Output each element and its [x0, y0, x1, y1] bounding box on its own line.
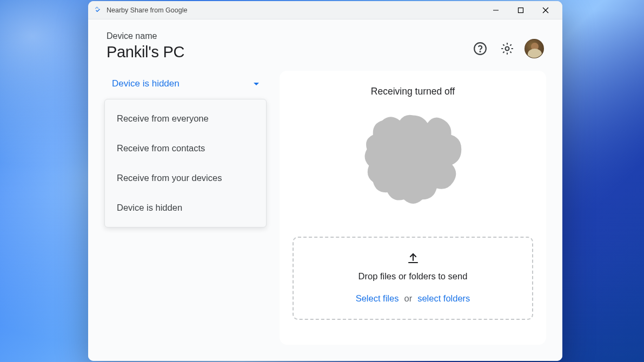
select-files-link[interactable]: Select files: [356, 293, 399, 304]
visibility-dropdown-trigger[interactable]: Device is hidden: [104, 71, 267, 97]
visibility-selected: Device is hidden: [112, 78, 254, 89]
app-body: Device name Pankil's PC: [88, 19, 562, 361]
visibility-option-hidden[interactable]: Device is hidden: [105, 193, 266, 223]
select-folders-link[interactable]: select folders: [417, 293, 470, 304]
receive-panel: Receiving turned off Drop files or folde…: [280, 71, 546, 345]
settings-button[interactable]: [497, 39, 517, 58]
svg-point-6: [506, 47, 509, 51]
close-button[interactable]: [533, 2, 558, 19]
device-block: Device name Pankil's PC: [107, 31, 470, 61]
help-button[interactable]: [470, 39, 490, 58]
receive-status: Receiving turned off: [371, 86, 455, 97]
receive-placeholder-graphic: [362, 110, 464, 213]
header-actions: [470, 31, 544, 58]
help-icon: [473, 42, 487, 56]
main-content: Device is hidden Receive from everyone R…: [88, 66, 562, 361]
device-name-value: Pankil's PC: [107, 43, 470, 61]
minimize-button[interactable]: [483, 2, 508, 19]
visibility-panel: Device is hidden Receive from everyone R…: [104, 71, 267, 345]
drop-zone[interactable]: Drop files or folders to send Select fil…: [293, 237, 533, 320]
visibility-dropdown-menu: Receive from everyone Receive from conta…: [104, 99, 267, 227]
chevron-down-icon: [254, 83, 259, 85]
app-icon: [94, 6, 102, 15]
drop-actions: Select files or select folders: [356, 293, 470, 304]
header: Device name Pankil's PC: [88, 19, 562, 66]
window-title: Nearby Share from Google: [107, 6, 483, 14]
visibility-option-contacts[interactable]: Receive from contacts: [105, 133, 266, 163]
device-name-label: Device name: [107, 31, 470, 41]
visibility-option-everyone[interactable]: Receive from everyone: [105, 104, 266, 133]
visibility-option-your-devices[interactable]: Receive from your devices: [105, 163, 266, 193]
gear-icon: [500, 42, 514, 56]
maximize-button[interactable]: [508, 2, 533, 19]
svg-point-5: [480, 51, 480, 52]
svg-point-4: [474, 43, 486, 55]
titlebar: Nearby Share from Google: [88, 1, 562, 19]
window-controls: [483, 2, 558, 19]
svg-rect-1: [519, 8, 523, 12]
account-avatar[interactable]: [525, 39, 544, 58]
app-window: Nearby Share from Google Device name Pan…: [88, 1, 562, 361]
drop-instructions: Drop files or folders to send: [358, 271, 468, 281]
upload-icon: [407, 252, 420, 267]
drop-or-text: or: [404, 293, 412, 304]
